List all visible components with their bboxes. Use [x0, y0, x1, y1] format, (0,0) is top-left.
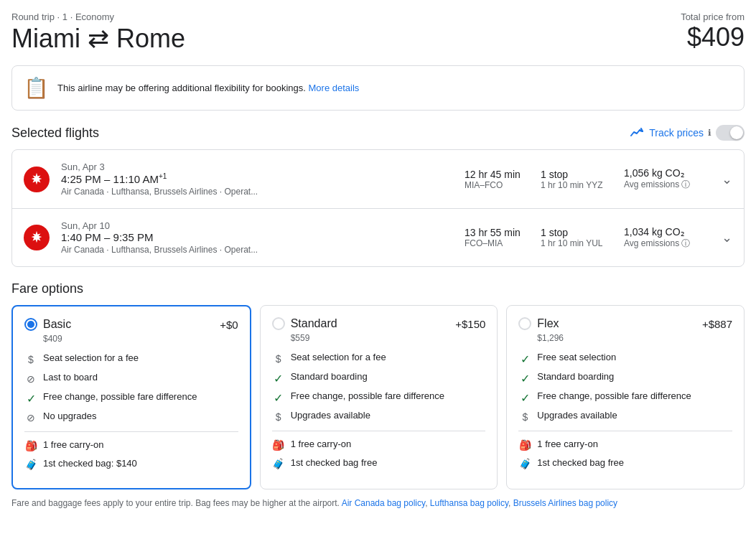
fare-feature: $ Seat selection for a fee [272, 352, 486, 365]
check-icon: ✓ [521, 352, 530, 366]
feature-text: Free change, possible fare difference [43, 391, 197, 402]
fare-feature: ✓ Free seat selection [518, 352, 732, 365]
fare-name-wrap: Standard [272, 317, 337, 330]
airline-logo [24, 167, 50, 192]
fare-name-wrap: Flex [518, 317, 559, 330]
bag-icon: 🎒 [272, 439, 284, 451]
fare-feature: ✓ Free change, possible fare difference [518, 390, 732, 404]
emissions-label: Avg emissions ⓘ [624, 179, 710, 191]
origin-city: Miami [11, 24, 80, 54]
fare-card-basic[interactable]: Basic +$0 $409 $ Seat selection for a fe… [11, 305, 251, 489]
flight-stop: 1 stop 1 hr 10 min YYZ [541, 169, 612, 190]
fare-divider [518, 431, 732, 431]
fare-feature: $ Seat selection for a fee [24, 352, 238, 366]
maple-leaf-icon [29, 172, 45, 187]
flight-details: Sun, Apr 3 4:25 PM – 11:10 AM+1 Air Cana… [61, 161, 453, 197]
fare-card-standard[interactable]: Standard +$150 $559 $ Seat selection for… [260, 305, 498, 489]
fare-name-wrap: Basic [24, 318, 71, 331]
fare-price: $409 [24, 334, 238, 344]
bag-icon-bag: 🎒 [24, 439, 37, 452]
feature-text: Free change, possible fare difference [537, 390, 691, 401]
feature-text: Free seat selection [537, 352, 616, 362]
footer-note: Fare and baggage fees apply to your enti… [11, 498, 745, 508]
fare-feature: ⊘ No upgrades [24, 411, 238, 424]
fare-price: $1,296 [518, 333, 732, 343]
check-icon: ✓ [521, 391, 530, 405]
fare-feature: ✓ Standard boarding [272, 371, 486, 385]
bag-feature: 🎒 1 free carry-on [272, 439, 486, 451]
feature-icon-check: ✓ [24, 392, 37, 405]
bag-icon: 🎒 [519, 439, 531, 451]
duration-time: 12 hr 45 min [465, 169, 529, 180]
fare-name: Basic [43, 318, 71, 331]
flight-stop: 1 stop 1 hr 10 min YUL [541, 227, 612, 248]
fare-radio[interactable] [24, 318, 37, 331]
track-prices-toggle[interactable] [716, 125, 745, 141]
feature-text: Seat selection for a fee [43, 352, 139, 363]
airline-logo [24, 225, 50, 250]
stop-via: 1 hr 10 min YYZ [541, 180, 612, 190]
emissions-label: Avg emissions ⓘ [624, 238, 710, 250]
policy-link[interactable]: Brussels Airlines bag policy [513, 498, 617, 508]
maple-leaf-icon [29, 230, 45, 245]
feature-icon-check: ✓ [518, 352, 531, 365]
route-display: Miami ⇄ Rome [11, 24, 185, 54]
flights-container: Sun, Apr 3 4:25 PM – 11:10 AM+1 Air Cana… [11, 149, 745, 267]
bag-feature: 🎒 1 free carry-on [24, 439, 238, 452]
flight-duration: 12 hr 45 min MIA–FCO [465, 169, 529, 190]
flight-emissions: 1,056 kg CO₂ Avg emissions ⓘ [624, 167, 710, 191]
fare-price: $559 [272, 333, 486, 343]
flight-airlines: Air Canada · Lufthansa, Brussels Airline… [61, 245, 453, 255]
block-icon: ⊘ [27, 373, 35, 385]
flight-row[interactable]: Sun, Apr 3 4:25 PM – 11:10 AM+1 Air Cana… [12, 150, 744, 209]
track-prices-info-icon[interactable]: ℹ [708, 128, 711, 138]
feature-text: Last to board [43, 372, 98, 383]
more-details-link[interactable]: More details [309, 83, 360, 93]
fare-divider [272, 431, 486, 431]
block-icon: ⊘ [27, 412, 35, 423]
feature-icon-check: ✓ [518, 372, 531, 385]
flight-row[interactable]: Sun, Apr 10 1:40 PM – 9:35 PM Air Canada… [12, 209, 744, 266]
bag-icon-suitcase: 🧳 [24, 458, 37, 471]
flight-route: MIA–FCO [465, 180, 529, 190]
fare-radio[interactable] [518, 317, 531, 330]
destination-city: Rome [116, 24, 185, 54]
fare-feature: $ Upgrades available [272, 410, 486, 423]
trip-subtitle: Round trip · 1 · Economy [11, 11, 185, 22]
fare-feature: $ Upgrades available [518, 410, 732, 423]
bag-text: 1st checked bag free [291, 457, 378, 468]
policy-link[interactable]: Air Canada bag policy [342, 498, 426, 508]
track-prices-label[interactable]: Track prices [649, 127, 704, 139]
fare-options-title: Fare options [11, 281, 745, 296]
flight-emissions: 1,034 kg CO₂ Avg emissions ⓘ [624, 226, 710, 250]
fare-options-section: Fare options Basic +$0 $409 $ Seat selec… [11, 281, 745, 489]
fare-divider [24, 431, 238, 432]
policy-link[interactable]: Lufthansa bag policy [430, 498, 508, 508]
expand-chevron[interactable]: ⌄ [722, 172, 732, 187]
flight-date: Sun, Apr 3 [61, 161, 453, 172]
duration-time: 13 hr 55 min [465, 227, 529, 238]
route-arrow: ⇄ [88, 24, 109, 54]
selected-flights-header: Selected flights Track prices ℹ [11, 125, 745, 141]
header-left: Round trip · 1 · Economy Miami ⇄ Rome [11, 11, 185, 54]
emissions-value: 1,034 kg CO₂ [624, 226, 710, 238]
feature-text: Free change, possible fare difference [291, 390, 444, 401]
fare-card-flex[interactable]: Flex +$887 $1,296 ✓ Free seat selection … [506, 305, 745, 489]
fare-radio[interactable] [272, 317, 285, 330]
selected-flights-title: Selected flights [11, 126, 99, 141]
flight-time: 4:25 PM – 11:10 AM+1 [61, 172, 453, 185]
suitcase-icon: 🧳 [25, 459, 37, 470]
page-header: Round trip · 1 · Economy Miami ⇄ Rome To… [11, 11, 745, 54]
check-icon: ✓ [27, 392, 36, 406]
fare-diff: +$150 [455, 318, 485, 330]
expand-chevron[interactable]: ⌄ [722, 230, 732, 245]
bag-text: 1st checked bag free [537, 457, 624, 468]
fare-feature: ✓ Free change, possible fare difference [272, 390, 486, 404]
bag-feature: 🧳 1st checked bag: $140 [24, 458, 238, 471]
fare-diff: +$0 [220, 319, 238, 331]
feature-icon-dollar: $ [272, 411, 285, 423]
feature-text: Seat selection for a fee [291, 352, 386, 362]
bag-text: 1st checked bag: $140 [43, 458, 137, 469]
fare-card-header: Flex +$887 [518, 317, 732, 330]
fare-feature: ✓ Standard boarding [518, 371, 732, 385]
